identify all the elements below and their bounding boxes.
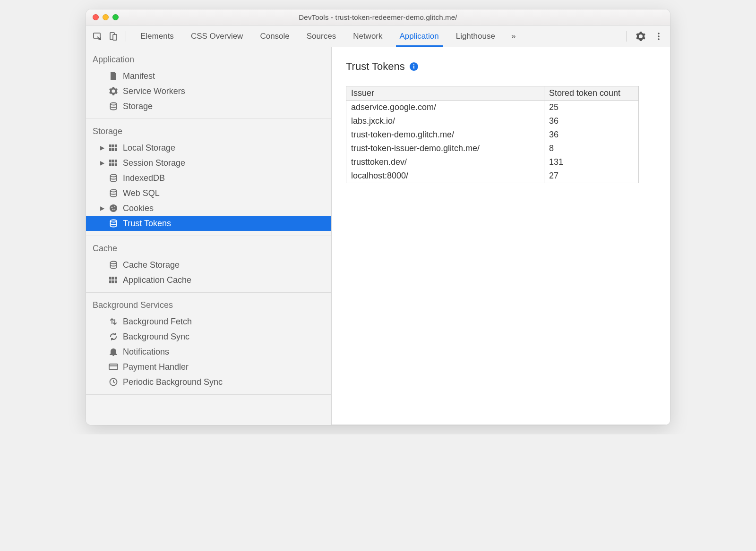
tab-label: Sources	[307, 32, 336, 41]
svg-rect-9	[115, 144, 117, 147]
sidebar-group-title: Application	[86, 47, 331, 68]
sidebar-item-background-fetch[interactable]: Background Fetch	[86, 314, 331, 329]
database-icon	[109, 189, 118, 197]
sidebar-item-service-workers[interactable]: Service Workers	[86, 84, 331, 99]
database-icon	[109, 102, 118, 110]
sidebar-item-label: Web SQL	[123, 188, 160, 198]
kebab-menu-icon[interactable]	[652, 30, 665, 43]
tab-elements[interactable]: Elements	[132, 25, 182, 47]
sidebar-item-web-sql[interactable]: Web SQL	[86, 186, 331, 201]
svg-point-27	[111, 262, 117, 264]
svg-rect-8	[112, 144, 114, 147]
minimize-window-button[interactable]	[103, 14, 109, 20]
info-icon[interactable]: i	[410, 62, 418, 71]
maximize-window-button[interactable]	[112, 14, 119, 20]
svg-point-5	[658, 38, 660, 40]
cell-count: 36	[544, 128, 639, 142]
cell-count: 25	[544, 101, 639, 115]
toolbar-divider	[626, 31, 627, 42]
application-sidebar: ApplicationManifestService WorkersStorag…	[86, 47, 332, 425]
sidebar-item-label: Application Cache	[123, 275, 191, 285]
sidebar-item-label: Cache Storage	[123, 260, 180, 270]
tab-label: Lighthouse	[456, 32, 495, 41]
sidebar-item-label: Background Fetch	[123, 317, 192, 327]
sidebar-item-trust-tokens[interactable]: Trust Tokens	[86, 216, 331, 231]
cell-issuer: trust-token-demo.glitch.me/	[346, 128, 544, 142]
sidebar-group-title: Storage	[86, 119, 331, 140]
svg-point-25	[114, 209, 115, 210]
sidebar-item-manifest[interactable]: Manifest	[86, 68, 331, 84]
sidebar-item-label: Storage	[123, 102, 153, 111]
tab-console[interactable]: Console	[251, 25, 298, 47]
sidebar-item-periodic-background-sync[interactable]: Periodic Background Sync	[86, 374, 331, 390]
tab-lighthouse[interactable]: Lighthouse	[447, 25, 504, 47]
disclosure-triangle-icon[interactable]: ▶	[100, 144, 104, 151]
disclosure-triangle-icon[interactable]: ▶	[100, 205, 104, 212]
database-icon	[109, 174, 118, 182]
tab-sources[interactable]: Sources	[298, 25, 344, 47]
svg-rect-31	[109, 280, 112, 283]
devtools-window: DevTools - trust-token-redeemer-demo.gli…	[86, 9, 670, 425]
column-header-count[interactable]: Stored token count	[544, 86, 639, 101]
clock-icon	[109, 378, 118, 386]
sidebar-item-local-storage[interactable]: ▶Local Storage	[86, 140, 331, 155]
svg-rect-32	[112, 280, 114, 283]
svg-rect-0	[94, 33, 100, 38]
sync-icon	[109, 332, 118, 341]
svg-point-26	[111, 220, 117, 222]
window-title: DevTools - trust-token-redeemer-demo.gli…	[86, 13, 670, 21]
grid-icon	[109, 144, 118, 151]
settings-icon[interactable]	[634, 30, 647, 43]
table-row[interactable]: trust-token-demo.glitch.me/36	[346, 128, 639, 142]
svg-point-4	[658, 35, 660, 37]
sidebar-item-storage[interactable]: Storage	[86, 99, 331, 114]
svg-rect-33	[115, 280, 117, 283]
svg-rect-30	[115, 277, 117, 280]
svg-rect-12	[115, 148, 117, 151]
sidebar-item-label: Cookies	[123, 203, 154, 213]
cell-count: 131	[544, 155, 639, 169]
svg-point-24	[112, 209, 113, 210]
sidebar-item-background-sync[interactable]: Background Sync	[86, 329, 331, 344]
page-title: Trust Tokens	[346, 60, 405, 73]
close-window-button[interactable]	[93, 14, 99, 20]
overflow-tabs-button[interactable]: »	[507, 32, 520, 41]
table-row[interactable]: trust-token-issuer-demo.glitch.me/8	[346, 142, 639, 155]
column-header-issuer[interactable]: Issuer	[346, 86, 544, 101]
table-row[interactable]: labs.jxck.io/36	[346, 114, 639, 128]
svg-rect-11	[112, 148, 114, 151]
sidebar-item-label: Local Storage	[123, 143, 175, 153]
device-toggle-icon[interactable]	[107, 30, 120, 43]
sidebar-item-label: Trust Tokens	[123, 219, 171, 229]
disclosure-triangle-icon[interactable]: ▶	[100, 160, 104, 166]
table-row[interactable]: localhost:8000/27	[346, 169, 639, 183]
table-row[interactable]: trusttoken.dev/131	[346, 155, 639, 169]
sidebar-item-indexeddb[interactable]: IndexedDB	[86, 170, 331, 186]
database-icon	[109, 219, 118, 228]
sidebar-item-label: Service Workers	[123, 86, 185, 96]
file-icon	[109, 72, 118, 80]
tab-application[interactable]: Application	[391, 25, 447, 47]
main-content: Trust Tokens i Issuer Stored token count…	[332, 47, 670, 425]
sidebar-item-cache-storage[interactable]: Cache Storage	[86, 257, 331, 272]
sidebar-item-payment-handler[interactable]: Payment Handler	[86, 359, 331, 374]
sidebar-item-cookies[interactable]: ▶Cookies	[86, 201, 331, 216]
sidebar-item-notifications[interactable]: Notifications	[86, 344, 331, 359]
cell-issuer: localhost:8000/	[346, 169, 544, 183]
inspect-element-icon[interactable]	[91, 30, 104, 43]
sidebar-group-divider	[86, 394, 331, 395]
cell-count: 36	[544, 114, 639, 128]
tab-network[interactable]: Network	[344, 25, 391, 47]
tab-css-overview[interactable]: CSS Overview	[182, 25, 252, 47]
sidebar-item-session-storage[interactable]: ▶Session Storage	[86, 155, 331, 170]
cell-count: 27	[544, 169, 639, 183]
sidebar-item-application-cache[interactable]: Application Cache	[86, 272, 331, 288]
svg-point-6	[111, 103, 117, 105]
table-row[interactable]: adservice.google.com/25	[346, 101, 639, 115]
toolbar-divider	[126, 31, 126, 42]
svg-rect-15	[115, 160, 117, 162]
tab-label: Console	[260, 32, 289, 41]
sidebar-item-label: Background Sync	[123, 332, 189, 342]
svg-rect-13	[109, 160, 112, 162]
cell-issuer: trusttoken.dev/	[346, 155, 544, 169]
